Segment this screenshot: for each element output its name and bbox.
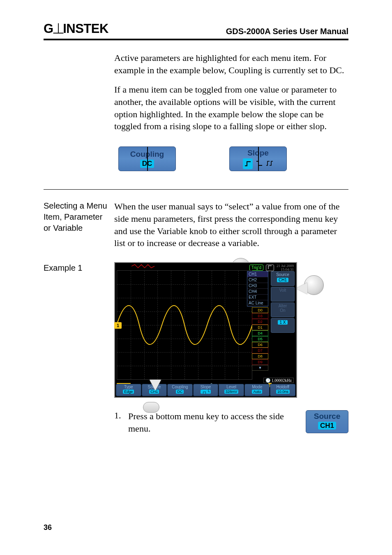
scroll-down-icon[interactable]: ▼: [252, 365, 268, 371]
page-header: G⏊INSTEK GDS-2000A Series User Manual: [44, 21, 348, 40]
source-item-ext[interactable]: EXT: [247, 295, 268, 300]
slope-either-icon: [266, 160, 273, 168]
frequency-readout: 🕑 1.00002kHz: [263, 378, 294, 383]
source-item-ch4[interactable]: CH4: [247, 289, 268, 295]
step-number: 1.: [114, 410, 122, 421]
source-soft-button[interactable]: Source CH1: [306, 410, 348, 433]
source-list[interactable]: CH1 CH2 CH3 CH4 EXT AC Line: [247, 271, 268, 307]
scope-top-indicator: [131, 264, 156, 269]
section-label: Selecting a Menu Item, Parameter or Vari…: [44, 200, 109, 249]
arrow-down-icon: [150, 380, 161, 390]
slope-rising-icon: [243, 158, 253, 169]
bm-level[interactable]: Level328mV: [219, 384, 244, 396]
bm-slope[interactable]: Slope┌┐└: [193, 384, 219, 396]
section-body: When the user manual says to “select” a …: [114, 200, 348, 249]
side-source-button[interactable]: Source CH1: [271, 271, 295, 286]
bm-holdoff[interactable]: Holdoff10.0ns: [270, 384, 295, 396]
source-item-acline[interactable]: AC Line: [247, 300, 268, 306]
coupling-menu-button[interactable]: Coupling DC: [118, 146, 176, 171]
channel-badge: 1: [114, 322, 122, 329]
step-text: Press a bottom menu key to access the si…: [128, 410, 300, 434]
page-number: 36: [44, 523, 52, 532]
bottom-menu: TypeEdge SourceCH1 CouplingDC Slope┌┐└ L…: [116, 384, 295, 396]
bm-type[interactable]: TypeEdge: [116, 384, 141, 396]
oscilloscope-screenshot: Trig'd 21 Jul 200915:04:31 1 CH1: [114, 262, 311, 398]
side-lx-button[interactable]: 1 X: [271, 318, 295, 333]
bm-coupling[interactable]: CouplingDC: [167, 384, 193, 396]
source-chip-value: CH1: [318, 422, 336, 430]
slope-falling-icon: [256, 160, 263, 168]
brand-logo: G⏊INSTEK: [44, 21, 108, 36]
arrow-left-icon: [296, 283, 307, 294]
source-item-ch1[interactable]: CH1: [247, 272, 268, 277]
intro-paragraph-1: Active parameters are highlighted for ea…: [114, 52, 348, 76]
digital-list: D0 D3 D2 D1 D4 D5 D6 D7 D8 D9 ▼: [252, 307, 268, 371]
timestamp: 21 Jul 200915:04:31: [277, 264, 294, 272]
side-volt-button[interactable]: Volt: [271, 287, 295, 302]
slope-menu-button[interactable]: Slope: [229, 146, 287, 171]
menu-button-row: Coupling DC Slope: [118, 146, 348, 171]
section-divider: [44, 189, 348, 190]
waveform-trace: [117, 270, 252, 380]
intro-paragraph-2: If a menu item can be toggled from one v…: [114, 84, 348, 132]
source-chip-label: Source: [306, 412, 348, 421]
side-alter-button[interactable]: Alter On: [271, 302, 295, 317]
bm-mode[interactable]: ModeAuto: [244, 384, 270, 396]
source-item-ch2[interactable]: CH2: [247, 277, 268, 283]
run-icon: [266, 265, 274, 271]
side-menu: Source CH1 Volt Alter On 1 X: [271, 271, 295, 334]
bottom-key-icon: [143, 402, 159, 413]
doc-title: GDS-2000A Series User Manual: [226, 27, 348, 36]
source-item-ch3[interactable]: CH3: [247, 283, 268, 289]
